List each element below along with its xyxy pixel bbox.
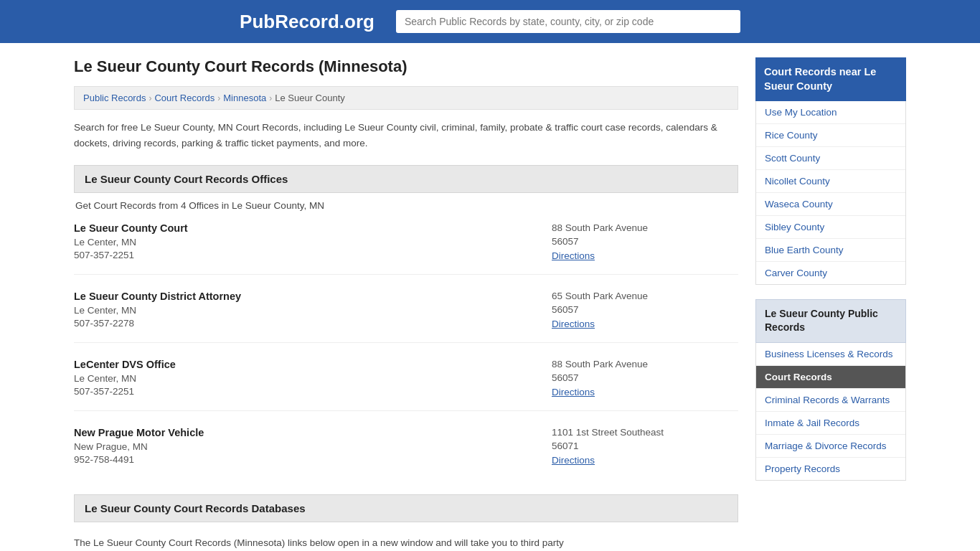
content-area: Le Sueur County Court Records (Minnesota… [74, 57, 738, 551]
office-phone: 507-357-2251 [74, 250, 552, 260]
sidebar-public-records-item: Property Records [756, 458, 905, 480]
sidebar-nearby-link[interactable]: Sibley County [756, 216, 905, 238]
directions-link[interactable]: Directions [552, 319, 595, 329]
search-input[interactable] [396, 10, 740, 33]
office-left-0: Le Sueur County Court Le Center, MN 507-… [74, 222, 552, 261]
sidebar-nearby-link[interactable]: Use My Location [756, 101, 905, 123]
office-address: 88 South Park Avenue [552, 222, 738, 233]
main-container: Le Sueur County Court Records (Minnesota… [60, 43, 920, 551]
office-zip: 56057 [552, 304, 738, 315]
sidebar-nearby-link[interactable]: Blue Earth County [756, 239, 905, 261]
office-city: New Prague, MN [74, 441, 552, 452]
office-left-3: New Prague Motor Vehicle New Prague, MN … [74, 427, 552, 466]
office-name: New Prague Motor Vehicle [74, 427, 552, 438]
directions-link[interactable]: Directions [552, 455, 595, 466]
sidebar-public-records-item: Marriage & Divorce Records [756, 435, 905, 458]
sidebar-public-records-item: Business Licenses & Records [756, 343, 905, 366]
sidebar-nearby-link[interactable]: Carver County [756, 262, 905, 284]
sidebar-public-records-list: Business Licenses & RecordsCourt Records… [755, 343, 906, 481]
breadcrumb-current: Le Sueur County [275, 93, 345, 103]
office-name: Le Sueur County Court [74, 222, 552, 234]
office-zip: 56071 [552, 441, 738, 451]
sidebar-public-records-link[interactable]: Court Records [756, 366, 905, 388]
office-entry: Le Sueur County Court Le Center, MN 507-… [74, 222, 738, 275]
offices-sub-description: Get Court Records from 4 Offices in Le S… [74, 200, 738, 211]
sidebar-nearby-item: Nicollet County [756, 170, 905, 193]
office-left-2: LeCenter DVS Office Le Center, MN 507-35… [74, 359, 552, 397]
sidebar-public-records-link[interactable]: Inmate & Jail Records [756, 412, 905, 434]
databases-description: The Le Sueur County Court Records (Minne… [74, 529, 738, 551]
office-phone: 952-758-4491 [74, 454, 552, 465]
office-name: LeCenter DVS Office [74, 359, 552, 370]
office-right-1: 65 South Park Avenue 56057 Directions [552, 291, 738, 329]
office-phone: 507-357-2251 [74, 386, 552, 397]
sidebar-public-records-item: Criminal Records & Warrants [756, 389, 905, 412]
sidebar-public-records-item: Court Records [756, 366, 905, 389]
sidebar-public-records-link[interactable]: Marriage & Divorce Records [756, 435, 905, 457]
sidebar-nearby-item: Scott County [756, 147, 905, 170]
breadcrumb: Public Records › Court Records › Minneso… [74, 86, 738, 110]
offices-list: Le Sueur County Court Le Center, MN 507-… [74, 222, 738, 479]
sidebar-nearby-link[interactable]: Waseca County [756, 193, 905, 215]
sidebar-nearby-item: Carver County [756, 262, 905, 284]
sidebar-nearby-item: Waseca County [756, 193, 905, 216]
office-entry: LeCenter DVS Office Le Center, MN 507-35… [74, 359, 738, 411]
sidebar-nearby-item: Sibley County [756, 216, 905, 239]
sidebar-public-records-link[interactable]: Property Records [756, 458, 905, 480]
office-right-2: 88 South Park Avenue 56057 Directions [552, 359, 738, 397]
site-logo[interactable]: PubRecord.org [240, 11, 374, 33]
breadcrumb-link-court-records[interactable]: Court Records [154, 93, 215, 103]
office-address: 1101 1st Street Southeast [552, 427, 738, 438]
breadcrumb-sep-1: › [149, 93, 151, 103]
office-city: Le Center, MN [74, 373, 552, 384]
sidebar-nearby-link[interactable]: Scott County [756, 147, 905, 169]
directions-link[interactable]: Directions [552, 250, 595, 261]
databases-section: Le Sueur County Court Records Databases … [74, 494, 738, 551]
sidebar-nearby-item: Rice County [756, 124, 905, 147]
page-title: Le Sueur County Court Records (Minnesota… [74, 57, 738, 76]
office-left-1: Le Sueur County District Attorney Le Cen… [74, 291, 552, 329]
offices-section-header: Le Sueur County Court Records Offices [74, 165, 738, 193]
breadcrumb-link-public-records[interactable]: Public Records [83, 93, 146, 103]
page-description: Search for free Le Sueur County, MN Cour… [74, 120, 738, 151]
sidebar-nearby-item: Use My Location [756, 101, 905, 124]
office-entry: Le Sueur County District Attorney Le Cen… [74, 291, 738, 343]
breadcrumb-sep-2: › [217, 93, 220, 103]
directions-link[interactable]: Directions [552, 387, 595, 397]
office-name: Le Sueur County District Attorney [74, 291, 552, 302]
databases-section-header: Le Sueur County Court Records Databases [74, 494, 738, 522]
sidebar-nearby-list: Use My LocationRice CountyScott CountyNi… [755, 101, 906, 285]
office-right-3: 1101 1st Street Southeast 56071 Directio… [552, 427, 738, 466]
office-address: 65 South Park Avenue [552, 291, 738, 301]
sidebar-public-records-item: Inmate & Jail Records [756, 412, 905, 435]
office-zip: 56057 [552, 372, 738, 383]
office-zip: 56057 [552, 236, 738, 247]
sidebar-nearby-item: Blue Earth County [756, 239, 905, 262]
sidebar-public-records-link[interactable]: Criminal Records & Warrants [756, 389, 905, 411]
sidebar-nearby-link[interactable]: Rice County [756, 124, 905, 146]
office-entry: New Prague Motor Vehicle New Prague, MN … [74, 427, 738, 479]
sidebar-public-records-link[interactable]: Business Licenses & Records [756, 343, 905, 365]
sidebar-public-records-header: Le Sueur County Public Records [755, 299, 906, 343]
office-right-0: 88 South Park Avenue 56057 Directions [552, 222, 738, 261]
office-address: 88 South Park Avenue [552, 359, 738, 369]
sidebar-nearby-link[interactable]: Nicollet County [756, 170, 905, 192]
office-city: Le Center, MN [74, 237, 552, 248]
breadcrumb-sep-3: › [269, 93, 272, 103]
office-city: Le Center, MN [74, 305, 552, 316]
breadcrumb-link-minnesota[interactable]: Minnesota [223, 93, 266, 103]
office-phone: 507-357-2278 [74, 318, 552, 329]
site-header: PubRecord.org [0, 0, 980, 43]
sidebar: Court Records near Le Sueur County Use M… [755, 57, 906, 551]
sidebar-nearby-header: Court Records near Le Sueur County [755, 57, 906, 101]
